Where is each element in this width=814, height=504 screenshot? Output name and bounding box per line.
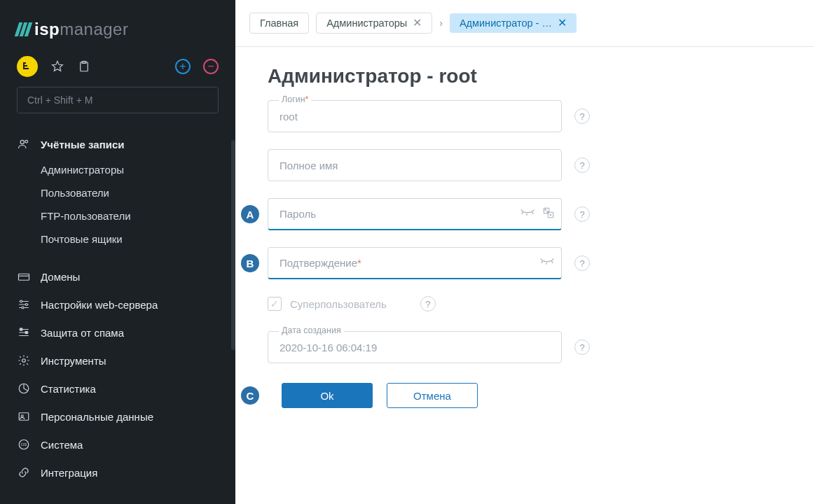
sidebar-item-label: Защита от спама	[41, 327, 124, 339]
confirm-input[interactable]: Подтверждение*	[268, 247, 562, 279]
svg-text:OS: OS	[21, 442, 27, 447]
os-icon: OS	[17, 438, 31, 451]
main: Главная Администраторы ✕ › Администратор…	[235, 0, 814, 504]
sidebar-item-label: Инструменты	[41, 355, 106, 367]
domains-icon	[17, 270, 31, 284]
svg-rect-4	[19, 274, 29, 280]
sidebar-item-label: Персональные данные	[41, 411, 153, 423]
sidebar-item-accounts[interactable]: Учётные записи	[0, 130, 235, 158]
sidebar-item-personal-data[interactable]: Персональные данные	[0, 402, 235, 430]
breadcrumb-current[interactable]: Администратор - … ✕	[450, 13, 577, 33]
sidebar-sub-users[interactable]: Пользователи	[0, 181, 235, 204]
sidebar-toolbar: + −	[0, 56, 235, 87]
marker-b: B	[241, 254, 259, 272]
sidebar-item-tools[interactable]: Инструменты	[0, 346, 235, 374]
minus-icon[interactable]: −	[203, 59, 219, 74]
eye-icon[interactable]	[539, 257, 555, 270]
svg-rect-8	[20, 328, 22, 330]
sidebar-item-statistics[interactable]: Статистика	[0, 374, 235, 402]
help-icon[interactable]: ?	[420, 296, 436, 312]
sidebar-item-label: Домены	[41, 271, 80, 283]
shield-icon	[17, 326, 31, 340]
sidebar-item-antispam[interactable]: Защита от спама	[0, 318, 235, 346]
breadcrumb: Главная Администраторы ✕ › Администратор…	[235, 0, 814, 47]
sidebar-item-label: Статистика	[41, 383, 96, 395]
breadcrumb-admins[interactable]: Администраторы ✕	[316, 13, 432, 34]
close-icon[interactable]: ✕	[413, 18, 422, 29]
help-icon[interactable]: ?	[574, 206, 590, 222]
help-icon[interactable]: ?	[574, 340, 590, 355]
sidebar-sub-administrators[interactable]: Администраторы	[0, 158, 235, 181]
dice-icon[interactable]	[542, 206, 555, 222]
sidebar-item-label: Интеграция	[41, 467, 97, 479]
close-icon[interactable]: ✕	[558, 18, 567, 29]
logo-icon	[17, 22, 30, 36]
sidebar-item-integration[interactable]: Интеграция	[0, 458, 235, 486]
svg-point-13	[21, 415, 23, 417]
sliders-icon	[17, 298, 31, 312]
field-row-created: Дата создания ?	[268, 331, 782, 363]
sidebar-item-label: Учётные записи	[41, 139, 125, 150]
logo[interactable]: ispmanager	[0, 0, 235, 56]
svg-point-7	[22, 307, 24, 309]
superuser-checkbox: ✓	[268, 297, 282, 311]
login-label: Логин*	[279, 94, 311, 104]
superuser-label: Суперпользователь	[290, 298, 387, 310]
svg-point-5	[20, 300, 22, 302]
password-input[interactable]	[268, 198, 562, 230]
sidebar-item-label: Система	[41, 439, 83, 451]
ok-button[interactable]: Ok	[282, 383, 373, 408]
created-label: Дата создания	[279, 326, 344, 335]
svg-point-19	[547, 211, 549, 213]
breadcrumb-current-label: Администратор - …	[460, 18, 552, 29]
pie-chart-icon	[17, 382, 31, 396]
help-icon[interactable]: ?	[574, 255, 590, 271]
eye-icon[interactable]	[520, 208, 535, 220]
sidebar-item-system[interactable]: OS Система	[0, 430, 235, 458]
link-icon	[17, 465, 31, 479]
person-card-icon	[17, 410, 31, 424]
tree-view-icon[interactable]	[17, 56, 38, 77]
marker-a: A	[241, 205, 259, 223]
svg-rect-9	[25, 332, 27, 334]
svg-point-2	[20, 140, 24, 144]
chevron-right-icon: ›	[439, 18, 443, 29]
field-row-login: Логин* ?	[268, 100, 782, 132]
star-icon[interactable]	[50, 59, 64, 74]
sidebar-item-label: Настройки web-сервера	[41, 299, 158, 311]
svg-point-10	[22, 359, 26, 363]
login-input	[268, 100, 562, 132]
svg-point-18	[545, 209, 546, 211]
created-input	[268, 331, 562, 363]
field-row-password: A ?	[268, 198, 782, 230]
field-row-confirm: B Подтверждение* ?	[268, 247, 782, 279]
svg-point-20	[550, 214, 551, 216]
help-icon[interactable]: ?	[574, 108, 590, 124]
cancel-button[interactable]: Отмена	[387, 383, 478, 408]
fullname-input[interactable]	[268, 149, 562, 181]
svg-point-3	[25, 140, 28, 143]
sidebar-nav: Учётные записи Администраторы Пользовате…	[0, 126, 235, 491]
marker-c: C	[241, 386, 259, 405]
sidebar-sub-ftp-users[interactable]: FTP-пользователи	[0, 204, 235, 227]
gear-icon	[17, 354, 31, 368]
sidebar-sub-mailboxes[interactable]: Почтовые ящики	[0, 227, 235, 251]
breadcrumb-home[interactable]: Главная	[249, 13, 309, 34]
sidebar: ispmanager + − Ctrl + Shift + M Учётные …	[0, 0, 235, 504]
content: Администратор - root Логин* ? ? A	[235, 47, 814, 422]
field-row-fullname: ?	[268, 149, 782, 181]
page-title: Администратор - root	[268, 65, 782, 88]
actions: C Ok Отмена	[268, 383, 782, 408]
svg-point-6	[25, 304, 27, 306]
clipboard-icon[interactable]	[77, 59, 91, 74]
confirm-placeholder-text: Подтверждение	[280, 257, 357, 269]
sidebar-scrollbar[interactable]	[231, 140, 235, 350]
sidebar-item-domains[interactable]: Домены	[0, 262, 235, 290]
accounts-icon	[17, 137, 31, 151]
help-icon[interactable]: ?	[574, 158, 590, 173]
logo-text: ispmanager	[34, 20, 128, 39]
search-input[interactable]: Ctrl + Shift + M	[17, 87, 219, 113]
plus-icon[interactable]: +	[175, 59, 191, 74]
sidebar-item-web-settings[interactable]: Настройки web-сервера	[0, 290, 235, 318]
field-row-superuser: ✓ Суперпользователь ?	[268, 296, 782, 312]
